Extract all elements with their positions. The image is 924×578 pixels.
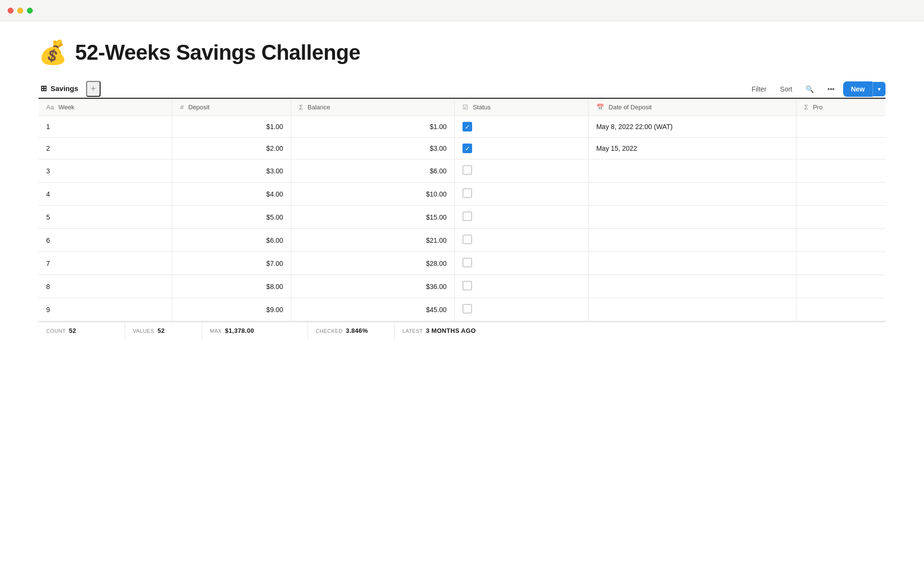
cell-week-2: 3 xyxy=(38,159,172,183)
more-button[interactable]: ••• xyxy=(822,82,839,96)
table-row[interactable]: 9 $9.00 $45.00 xyxy=(38,298,886,321)
cell-status-0[interactable]: ✓ xyxy=(455,116,589,138)
date-col-icon: 📅 xyxy=(596,104,604,111)
cell-date-4 xyxy=(588,206,796,229)
cell-deposit-1: $2.00 xyxy=(172,138,291,159)
checkbox-unchecked-2[interactable] xyxy=(462,165,472,175)
table-row[interactable]: 3 $3.00 $6.00 xyxy=(38,159,886,183)
tab-savings-label: Savings xyxy=(51,84,78,92)
cell-date-2 xyxy=(588,159,796,183)
cell-status-6[interactable] xyxy=(455,252,589,275)
checkbox-unchecked-4[interactable] xyxy=(462,211,472,221)
cell-progress-8 xyxy=(796,298,886,321)
cell-status-7[interactable] xyxy=(455,275,589,298)
cell-status-2[interactable] xyxy=(455,159,589,183)
close-button[interactable] xyxy=(8,8,13,13)
cell-deposit-5: $6.00 xyxy=(172,229,291,252)
cell-progress-3 xyxy=(796,183,886,206)
cell-balance-4: $15.00 xyxy=(291,206,455,229)
checkbox-checked-1[interactable]: ✓ xyxy=(462,144,472,153)
filter-label: Filter xyxy=(752,85,767,93)
new-button-dropdown[interactable]: ▾ xyxy=(873,82,886,96)
more-icon: ••• xyxy=(827,85,834,93)
col-header-status[interactable]: ☑ Status xyxy=(455,99,589,116)
table-row[interactable]: 2 $2.00 $3.00 ✓ May 15, 2022 xyxy=(38,138,886,159)
table-row[interactable]: 8 $8.00 $36.00 xyxy=(38,275,886,298)
footer-max: MAX $1,378.00 xyxy=(202,322,308,339)
sort-button[interactable]: Sort xyxy=(775,82,797,96)
max-value: $1,378.00 xyxy=(225,327,254,334)
filter-button[interactable]: Filter xyxy=(747,82,771,96)
footer-checked: CHECKED 3.846% xyxy=(308,322,395,339)
toolbar-right: Filter Sort 🔍 ••• New ▾ xyxy=(747,81,886,97)
table-container: Aa Week # Deposit Σ Balance ☑ Status xyxy=(38,99,886,322)
table-row[interactable]: 6 $6.00 $21.00 xyxy=(38,229,886,252)
cell-progress-7 xyxy=(796,275,886,298)
cell-week-0: 1 xyxy=(38,116,172,138)
date-col-label: Date of Deposit xyxy=(609,104,652,111)
values-label: VALUES xyxy=(133,328,154,334)
checkbox-unchecked-6[interactable] xyxy=(462,258,472,267)
latest-label: LATEST xyxy=(402,328,423,334)
cell-status-1[interactable]: ✓ xyxy=(455,138,589,159)
checked-value: 3.846% xyxy=(346,327,368,334)
table-icon: ⊞ xyxy=(40,84,47,93)
max-label: MAX xyxy=(210,328,222,334)
cell-deposit-8: $9.00 xyxy=(172,298,291,321)
toolbar-left: ⊞ Savings + xyxy=(38,80,101,98)
status-col-label: Status xyxy=(473,104,491,111)
minimize-button[interactable] xyxy=(17,8,23,13)
week-col-icon: Aa xyxy=(46,104,54,111)
table-row[interactable]: 5 $5.00 $15.00 xyxy=(38,206,886,229)
col-header-week[interactable]: Aa Week xyxy=(38,99,172,116)
cell-balance-7: $36.00 xyxy=(291,275,455,298)
progress-col-icon: Σ xyxy=(804,104,808,111)
cell-date-7 xyxy=(588,275,796,298)
cell-progress-2 xyxy=(796,159,886,183)
new-button-container: New ▾ xyxy=(843,81,886,97)
count-value: 52 xyxy=(69,327,76,334)
col-header-balance[interactable]: Σ Balance xyxy=(291,99,455,116)
main-content: 💰 52-Weeks Savings Challenge ⊞ Savings +… xyxy=(0,21,924,339)
col-header-progress[interactable]: Σ Pro xyxy=(796,99,886,116)
cell-progress-0 xyxy=(796,116,886,138)
deposit-col-label: Deposit xyxy=(188,104,209,111)
table-row[interactable]: 1 $1.00 $1.00 ✓ May 8, 2022 22:00 (WAT) xyxy=(38,116,886,138)
search-icon: 🔍 xyxy=(806,85,814,93)
cell-week-1: 2 xyxy=(38,138,172,159)
cell-status-4[interactable] xyxy=(455,206,589,229)
latest-value: 3 months ago xyxy=(426,327,476,334)
cell-balance-5: $21.00 xyxy=(291,229,455,252)
cell-week-4: 5 xyxy=(38,206,172,229)
cell-status-5[interactable] xyxy=(455,229,589,252)
cell-progress-1 xyxy=(796,138,886,159)
table-footer: COUNT 52 VALUES 52 MAX $1,378.00 CHECKED… xyxy=(38,322,886,339)
cell-date-6 xyxy=(588,252,796,275)
checkbox-unchecked-5[interactable] xyxy=(462,235,472,244)
new-button[interactable]: New xyxy=(843,81,873,97)
cell-week-8: 9 xyxy=(38,298,172,321)
cell-week-7: 8 xyxy=(38,275,172,298)
week-col-label: Week xyxy=(59,104,75,111)
deposit-col-icon: # xyxy=(180,104,183,111)
cell-date-5 xyxy=(588,229,796,252)
checkbox-unchecked-7[interactable] xyxy=(462,281,472,290)
toolbar: ⊞ Savings + Filter Sort 🔍 ••• New ▾ xyxy=(38,80,886,99)
tab-savings[interactable]: ⊞ Savings xyxy=(38,80,80,99)
col-header-date[interactable]: 📅 Date of Deposit xyxy=(588,99,796,116)
search-button[interactable]: 🔍 xyxy=(801,82,819,96)
table-row[interactable]: 4 $4.00 $10.00 xyxy=(38,183,886,206)
cell-week-5: 6 xyxy=(38,229,172,252)
checkbox-unchecked-3[interactable] xyxy=(462,188,472,198)
col-header-deposit[interactable]: # Deposit xyxy=(172,99,291,116)
cell-status-3[interactable] xyxy=(455,183,589,206)
page-title-row: 💰 52-Weeks Savings Challenge xyxy=(38,40,886,65)
page-icon: 💰 xyxy=(38,41,67,64)
add-view-button[interactable]: + xyxy=(86,81,101,97)
checkbox-checked-0[interactable]: ✓ xyxy=(462,122,472,131)
checkbox-unchecked-8[interactable] xyxy=(462,304,472,314)
maximize-button[interactable] xyxy=(27,8,33,13)
cell-status-8[interactable] xyxy=(455,298,589,321)
sort-label: Sort xyxy=(780,85,793,93)
table-row[interactable]: 7 $7.00 $28.00 xyxy=(38,252,886,275)
